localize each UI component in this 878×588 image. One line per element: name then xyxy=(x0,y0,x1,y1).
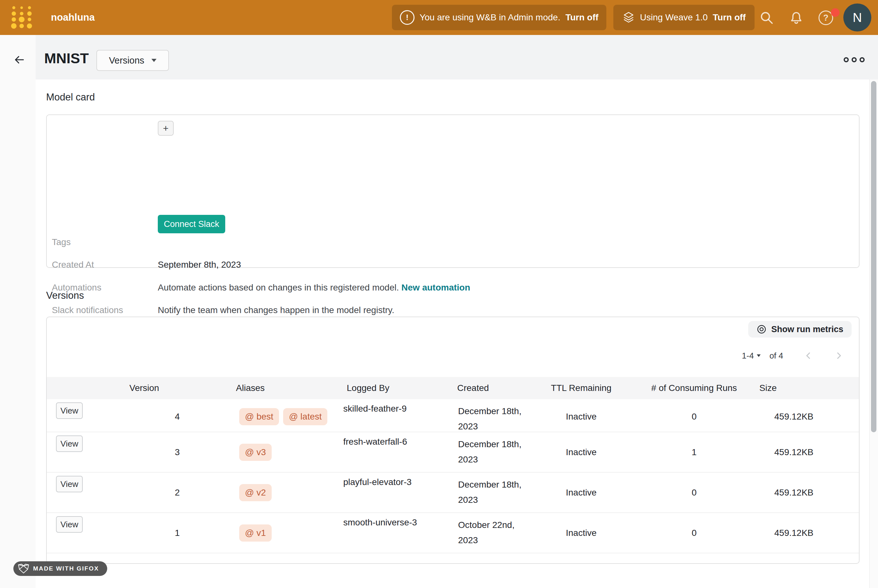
created-cell: October 22nd, 2023 xyxy=(419,513,527,553)
show-run-metrics-button[interactable]: Show run metrics xyxy=(748,321,852,338)
chevron-left-icon[interactable] xyxy=(803,350,814,361)
automations-text: Automate actions based on changes in thi… xyxy=(158,282,470,293)
topbar: noahluna ! You are using W&B in Admin mo… xyxy=(0,0,878,35)
alert-icon: ! xyxy=(400,10,415,25)
col-size: Size xyxy=(753,377,820,399)
runs-cell: 0 xyxy=(635,472,753,512)
back-button[interactable] xyxy=(12,53,26,67)
weave-banner: Using Weave 1.0 Turn off xyxy=(613,5,755,30)
view-button[interactable]: View xyxy=(56,516,83,533)
ttl-cell: Inactive xyxy=(527,513,635,553)
created-cell: December 18th, 2023 xyxy=(419,399,527,434)
search-icon[interactable] xyxy=(759,10,774,25)
table-row: View 1 @ v1 smooth-universe-3 October 22… xyxy=(47,513,859,554)
chevron-down-icon xyxy=(757,354,761,357)
notification-dot xyxy=(831,8,839,17)
logged-by-cell[interactable]: smooth-universe-3 xyxy=(317,513,419,553)
created-at-label: Created At xyxy=(52,260,94,270)
version-cell: 4 xyxy=(105,399,183,434)
overflow-menu-button[interactable] xyxy=(843,57,864,62)
logged-by-cell[interactable]: skilled-feather-9 xyxy=(317,399,419,434)
weave-turn-off-button[interactable]: Turn off xyxy=(713,12,746,22)
weave-banner-text: Using Weave 1.0 xyxy=(640,12,708,22)
model-card: Tags + Created At September 8th, 2023 Au… xyxy=(46,114,860,268)
col-version: Version xyxy=(105,377,183,399)
model-card-heading: Model card xyxy=(46,92,95,103)
aliases-cell: @ v3 xyxy=(183,432,317,472)
fox-icon xyxy=(18,563,29,574)
chevron-right-icon[interactable] xyxy=(833,350,844,361)
new-automation-link[interactable]: New automation xyxy=(401,282,470,292)
table-row: View 4 @ best @ latest skilled-feather-9… xyxy=(47,399,859,432)
eye-icon xyxy=(756,324,767,334)
ttl-cell: Inactive xyxy=(527,399,635,434)
view-button[interactable]: View xyxy=(56,476,83,492)
admin-banner-text: You are using W&B in Admin mode. xyxy=(419,12,561,22)
table-row: View 3 @ v3 fresh-waterfall-6 December 1… xyxy=(47,432,859,472)
slack-notifications-label: Slack notifications xyxy=(52,305,123,315)
version-cell: 3 xyxy=(105,432,183,472)
size-cell: 459.12KB xyxy=(753,432,820,472)
add-tag-button[interactable]: + xyxy=(158,121,174,136)
versions-dropdown-label: Versions xyxy=(109,55,144,66)
size-cell: 459.12KB xyxy=(753,472,820,512)
col-aliases: Aliases xyxy=(183,377,317,399)
table-body: View 4 @ best @ latest skilled-feather-9… xyxy=(47,399,859,554)
version-cell: 1 xyxy=(105,513,183,553)
ttl-cell: Inactive xyxy=(527,472,635,512)
versions-dropdown[interactable]: Versions xyxy=(96,50,169,71)
runs-cell: 0 xyxy=(635,513,753,553)
runs-cell: 1 xyxy=(635,432,753,472)
page-title: MNIST xyxy=(44,50,89,67)
alias-badge[interactable]: @ v1 xyxy=(239,524,272,542)
app-window: noahluna ! You are using W&B in Admin mo… xyxy=(0,0,878,588)
scrollbar-thumb[interactable] xyxy=(871,81,876,432)
ttl-cell: Inactive xyxy=(527,432,635,472)
avatar[interactable]: N xyxy=(843,3,871,32)
table-row: View 2 @ v2 playful-elevator-3 December … xyxy=(47,472,859,513)
size-cell: 459.12KB xyxy=(753,399,820,434)
col-created: Created xyxy=(419,377,527,399)
pagination: 1-4 of 4 xyxy=(742,350,844,361)
runs-cell: 0 xyxy=(635,399,753,434)
user-name[interactable]: noahluna xyxy=(51,0,95,35)
logged-by-cell[interactable]: playful-elevator-3 xyxy=(317,472,419,512)
chevron-down-icon xyxy=(152,59,156,62)
aliases-cell: @ best @ latest xyxy=(183,399,317,434)
size-cell: 459.12KB xyxy=(753,513,820,553)
alias-badge[interactable]: @ v3 xyxy=(239,444,272,461)
view-button[interactable]: View xyxy=(56,435,83,452)
col-ttl-remaining: TTL Remaining xyxy=(527,377,635,399)
admin-turn-off-button[interactable]: Turn off xyxy=(565,12,598,22)
created-cell: December 18th, 2023 xyxy=(419,472,527,512)
admin-mode-banner: ! You are using W&B in Admin mode. Turn … xyxy=(392,5,606,30)
gifox-badge: MADE WITH GIFOX xyxy=(14,561,107,576)
wandb-dots-logo[interactable] xyxy=(9,4,34,30)
aliases-cell: @ v2 xyxy=(183,472,317,512)
gifox-badge-text: MADE WITH GIFOX xyxy=(33,565,99,572)
left-rail xyxy=(0,35,36,588)
tags-label: Tags xyxy=(52,237,71,247)
created-cell: December 18th, 2023 xyxy=(419,432,527,472)
connect-slack-button[interactable]: Connect Slack xyxy=(158,215,225,233)
version-cell: 2 xyxy=(105,472,183,512)
versions-card: Show run metrics 1-4 of 4 Version Aliase… xyxy=(46,316,860,564)
alias-badge[interactable]: @ best xyxy=(239,408,279,425)
view-button[interactable]: View xyxy=(56,402,83,419)
aliases-cell: @ v1 xyxy=(183,513,317,553)
layers-icon xyxy=(622,11,635,24)
versions-heading: Versions xyxy=(46,290,84,301)
bell-icon[interactable] xyxy=(789,10,804,25)
back-arrow-icon xyxy=(13,54,25,66)
created-at-value: September 8th, 2023 xyxy=(158,260,241,270)
table-header: Version Aliases Logged By Created TTL Re… xyxy=(47,377,859,399)
slack-notifications-text: Notify the team when changes happen in t… xyxy=(158,305,394,315)
page-total: of 4 xyxy=(770,351,783,361)
alias-badge[interactable]: @ v2 xyxy=(239,484,272,501)
col-consuming-runs: # of Consuming Runs xyxy=(635,377,753,399)
logged-by-cell[interactable]: fresh-waterfall-6 xyxy=(317,432,419,472)
col-logged-by: Logged By xyxy=(317,377,419,399)
page-range-dropdown[interactable]: 1-4 xyxy=(742,351,761,361)
